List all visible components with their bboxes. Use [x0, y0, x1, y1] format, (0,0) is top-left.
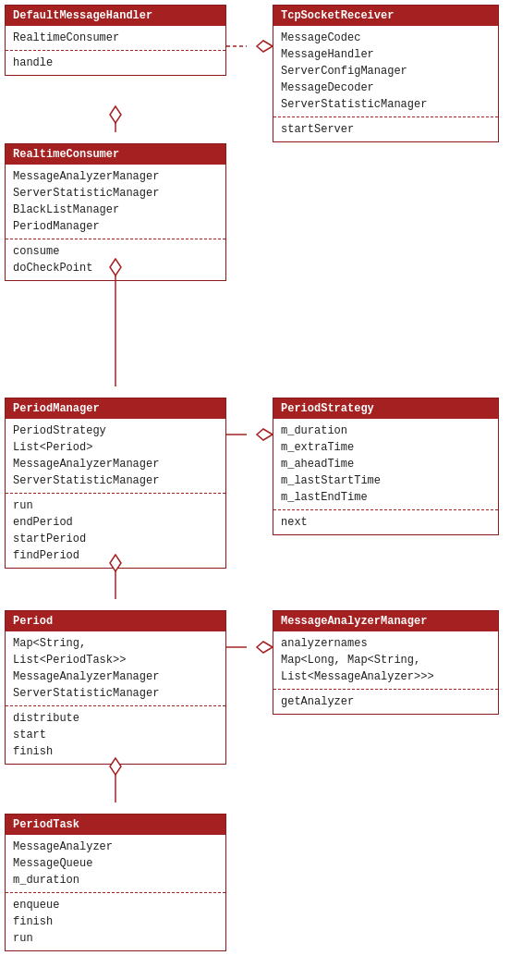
- class-attrs-TcpSocketReceiver: MessageCodec MessageHandler ServerConfig…: [273, 26, 498, 116]
- class-methods-PeriodManager: run endPeriod startPeriod findPeriod: [6, 493, 225, 568]
- svg-marker-11: [257, 642, 273, 653]
- class-attrs-MessageAnalyzerManager: analyzernames Map<Long, Map<String, List…: [273, 631, 498, 689]
- class-methods-TcpSocketReceiver: startServer: [273, 116, 498, 141]
- method-item: handle: [13, 55, 218, 71]
- class-attrs-Period: Map<String, List<PeriodTask>> MessageAna…: [6, 631, 225, 705]
- attr-item: m_duration: [281, 423, 491, 439]
- method-item: doCheckPoint: [13, 260, 218, 276]
- svg-marker-3: [110, 106, 121, 123]
- class-methods-PeriodTask: enqueue finish run: [6, 892, 225, 950]
- method-item: enqueue: [13, 897, 218, 913]
- method-item: startPeriod: [13, 531, 218, 547]
- class-methods-DefaultMessageHandler: handle: [6, 50, 225, 75]
- attr-item: m_duration: [13, 872, 218, 888]
- class-PeriodTask: PeriodTask MessageAnalyzer MessageQueue …: [5, 814, 226, 951]
- class-title-TcpSocketReceiver: TcpSocketReceiver: [273, 6, 498, 26]
- class-title-PeriodManager: PeriodManager: [6, 398, 225, 419]
- attr-item: BlackListManager: [13, 202, 218, 218]
- method-item: consume: [13, 243, 218, 260]
- attr-item: List<Period>: [13, 439, 218, 456]
- attr-item: MessageHandler: [281, 46, 491, 63]
- method-item: finish: [13, 913, 218, 930]
- attr-item: MessageCodec: [281, 30, 491, 46]
- method-item: findPeriod: [13, 547, 218, 564]
- attr-item: m_lastEndTime: [281, 489, 491, 506]
- attr-item: m_extraTime: [281, 439, 491, 456]
- method-item: run: [13, 930, 218, 947]
- class-RealtimeConsumer: RealtimeConsumer MessageAnalyzerManager …: [5, 143, 226, 281]
- attr-item: ServerStatisticManager: [13, 472, 218, 489]
- attr-item: Map<String,: [13, 635, 218, 652]
- attr-item: PeriodStrategy: [13, 423, 218, 439]
- class-attrs-RealtimeConsumer: MessageAnalyzerManager ServerStatisticMa…: [6, 165, 225, 239]
- class-attrs-DefaultMessageHandler: RealtimeConsumer: [6, 26, 225, 50]
- attr-item: List<PeriodTask>>: [13, 652, 218, 668]
- class-attrs-PeriodStrategy: m_duration m_extraTime m_aheadTime m_las…: [273, 419, 498, 509]
- attr-item: MessageAnalyzerManager: [13, 668, 218, 685]
- attr-item: MessageAnalyzer: [13, 839, 218, 855]
- attr-item: List<MessageAnalyzer>>>: [281, 668, 491, 685]
- method-item: getAnalyzer: [281, 693, 491, 710]
- class-methods-MessageAnalyzerManager: getAnalyzer: [273, 689, 498, 714]
- class-methods-PeriodStrategy: next: [273, 509, 498, 534]
- class-PeriodStrategy: PeriodStrategy m_duration m_extraTime m_…: [273, 398, 499, 535]
- class-title-PeriodStrategy: PeriodStrategy: [273, 398, 498, 419]
- class-title-RealtimeConsumer: RealtimeConsumer: [6, 144, 225, 165]
- method-item: endPeriod: [13, 514, 218, 531]
- attr-item: ServerStatisticManager: [281, 96, 491, 113]
- class-title-Period: Period: [6, 611, 225, 631]
- svg-marker-7: [257, 429, 273, 440]
- method-item: distribute: [13, 710, 218, 727]
- attr-item: ServerStatisticManager: [13, 185, 218, 202]
- method-item: start: [13, 727, 218, 743]
- attr-item: ServerConfigManager: [281, 63, 491, 80]
- attr-item: MessageDecoder: [281, 80, 491, 96]
- class-methods-Period: distribute start finish: [6, 705, 225, 764]
- class-methods-RealtimeConsumer: consume doCheckPoint: [6, 239, 225, 280]
- class-title-PeriodTask: PeriodTask: [6, 815, 225, 835]
- class-Period: Period Map<String, List<PeriodTask>> Mes…: [5, 610, 226, 765]
- class-PeriodManager: PeriodManager PeriodStrategy List<Period…: [5, 398, 226, 569]
- attr-item: Map<Long, Map<String,: [281, 652, 491, 668]
- attr-item: RealtimeConsumer: [13, 30, 218, 46]
- attr-item: PeriodManager: [13, 218, 218, 235]
- class-MessageAnalyzerManager: MessageAnalyzerManager analyzernames Map…: [273, 610, 499, 715]
- method-item: startServer: [281, 121, 491, 138]
- attr-item: MessageAnalyzerManager: [13, 456, 218, 472]
- attr-item: analyzernames: [281, 635, 491, 652]
- class-DefaultMessageHandler: DefaultMessageHandler RealtimeConsumer h…: [5, 5, 226, 76]
- class-attrs-PeriodTask: MessageAnalyzer MessageQueue m_duration: [6, 835, 225, 892]
- attr-item: MessageQueue: [13, 855, 218, 872]
- attr-item: m_aheadTime: [281, 456, 491, 472]
- attr-item: m_lastStartTime: [281, 472, 491, 489]
- method-item: finish: [13, 743, 218, 760]
- method-item: run: [13, 497, 218, 514]
- class-title-DefaultMessageHandler: DefaultMessageHandler: [6, 6, 225, 26]
- class-attrs-PeriodManager: PeriodStrategy List<Period> MessageAnaly…: [6, 419, 225, 493]
- method-item: next: [281, 514, 491, 531]
- class-TcpSocketReceiver: TcpSocketReceiver MessageCodec MessageHa…: [273, 5, 499, 142]
- attr-item: MessageAnalyzerManager: [13, 168, 218, 185]
- attr-item: ServerStatisticManager: [13, 685, 218, 702]
- svg-marker-1: [257, 41, 273, 52]
- class-title-MessageAnalyzerManager: MessageAnalyzerManager: [273, 611, 498, 631]
